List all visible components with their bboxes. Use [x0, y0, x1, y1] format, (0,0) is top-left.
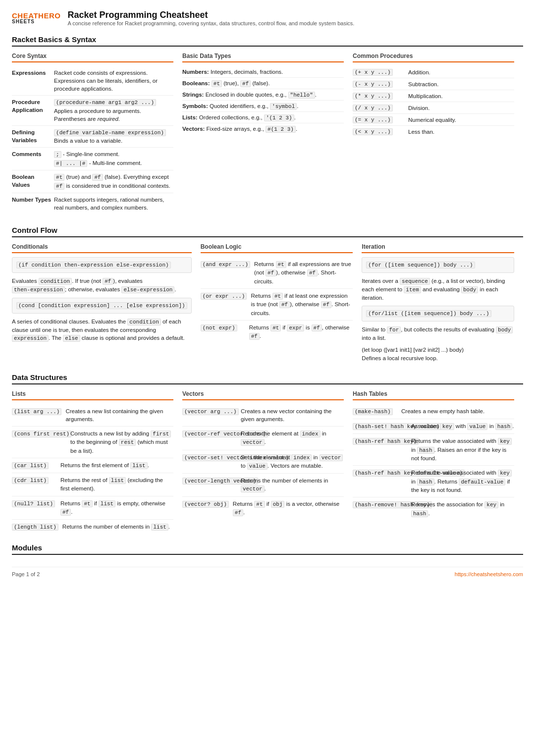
- code-hash4: hash: [411, 510, 428, 517]
- col-hash-tables: Hash Tables (make-hash) Creates a new em…: [353, 390, 523, 535]
- proc-desc-sub: Subtraction.: [408, 81, 438, 87]
- code-length: (length list): [12, 524, 58, 531]
- proc-desc-lt: Less than.: [408, 129, 434, 135]
- bl-code-and: (and expr ...): [201, 260, 250, 269]
- vec-row-vector: (vector arg ...) Creates a new vector co…: [182, 404, 344, 427]
- code-hash: hash: [495, 423, 512, 430]
- dt-numbers: Numbers: Integers, decimals, fractions.: [182, 69, 283, 75]
- code-list4: list: [99, 500, 115, 507]
- vec-row-length: (vector-length vector) Returns the numbe…: [182, 474, 344, 496]
- proc-row-div: (/ x y ...) Division.: [353, 102, 514, 114]
- code-multi-comment: #| ... |#: [54, 160, 87, 167]
- bl-row-not: (not expr) Returns #t if expr is #f, oth…: [201, 321, 353, 344]
- bl-code-not: (not expr): [201, 324, 245, 332]
- list-code-cons: (cons first rest): [12, 430, 66, 438]
- code-for: (for ([item sequence]) body ...): [366, 262, 475, 269]
- vec-row-pred: (vector? obj) Returns #t if obj is a vec…: [182, 497, 344, 520]
- code-single-comment: ;: [54, 151, 61, 158]
- dt-symbols: Symbols: Quoted identifiers, e.g., 'symb…: [182, 103, 298, 109]
- desc-number-types: Racket supports integers, rational numbe…: [54, 193, 173, 214]
- lists-header: Lists: [12, 390, 173, 400]
- code-vec-ex: #(1 2 3): [266, 126, 296, 133]
- list-desc-cdr: Returns the rest of list (excluding the …: [60, 476, 173, 492]
- proc-code-eq: (= x y ...): [353, 116, 402, 123]
- dt-booleans: Booleans: #t (true), #f (false).: [182, 80, 270, 86]
- dt-row-strings: Strings: Enclosed in double quotes, e.g.…: [182, 89, 344, 101]
- kw-vectors: Vectors:: [182, 126, 205, 132]
- hash-row-set: (hash-set! hash key value) Associates ke…: [353, 419, 514, 434]
- vec-desc-ref: Returns the element at index in vector.: [241, 430, 344, 447]
- page-title: Racket Programming Cheatsheet: [67, 10, 354, 20]
- footer-link[interactable]: https://cheatsheetshero.com: [455, 571, 523, 577]
- list-row-cons: (cons first rest) Constructs a new list …: [12, 427, 173, 458]
- desc-cond: A series of conditional clauses. Evaluat…: [12, 318, 192, 343]
- hash-row-ref: (hash-ref hash key) Returns the value as…: [353, 434, 514, 466]
- iteration-header: Iteration: [362, 243, 514, 253]
- logo-bottom: SHEETS: [12, 19, 60, 24]
- label-defining: DefiningVariables: [12, 125, 54, 147]
- col-common-procedures: Common Procedures (+ x y ...) Addition. …: [353, 53, 523, 217]
- list-code-cdr: (cdr list): [12, 476, 56, 485]
- code-t3: #t: [270, 324, 281, 331]
- section-control-flow: Control Flow: [12, 226, 523, 237]
- hash-desc-set: Associates key with value in hash.: [411, 422, 514, 431]
- basics-grid: Core Syntax Expressions Racket code cons…: [12, 53, 523, 217]
- desc-boolean: #t (true) and #f (false). Everything exc…: [54, 170, 173, 193]
- logo-top: CHEATHERO: [12, 12, 60, 19]
- proc-code-div: (/ x y ...): [353, 105, 402, 111]
- code-symbol: 'symbol: [270, 103, 297, 110]
- vec-desc-length: Returns the number of elements in vector…: [241, 477, 344, 493]
- code-if: (if condition then-expression else-expre…: [16, 262, 171, 269]
- desc-for: Iterates over a sequence (e.g., a list o…: [362, 277, 514, 302]
- vectors-header: Vectors: [182, 390, 344, 400]
- code-true: #t: [54, 174, 64, 181]
- code-f6: #f: [249, 333, 260, 340]
- table-row: Number Types Racket supports integers, r…: [12, 193, 173, 214]
- col-iteration: Iteration (for ([item sequence]) body ..…: [362, 243, 523, 364]
- code-vector4: vector: [241, 486, 265, 492]
- header-text: Racket Programming Cheatsheet A concise …: [67, 10, 354, 26]
- code-eq: (= x y ...): [353, 116, 393, 123]
- hash-desc-make: Creates a new empty hash table.: [401, 407, 514, 415]
- proc-code-sub: (- x y ...): [353, 81, 402, 87]
- code-body: body: [461, 286, 478, 293]
- hash-code-ref-default: (hash-ref hash key default-value): [353, 469, 407, 477]
- code-else: else: [63, 335, 80, 342]
- code-body2: body: [496, 326, 513, 333]
- desc-defining: (define variable-name expression)Binds a…: [54, 125, 173, 147]
- code-f2: #f: [307, 270, 318, 276]
- bl-row-and: (and expr ...) Returns #t if all express…: [201, 257, 353, 289]
- proc-row-sub: (- x y ...) Subtraction.: [353, 78, 514, 90]
- code-sub: (- x y ...): [353, 81, 393, 88]
- page-header: CHEATHERO SHEETS Racket Programming Chea…: [12, 10, 523, 26]
- code-expression: expression: [12, 335, 49, 342]
- code-for2: for: [387, 326, 401, 333]
- code-or: (or expr ...): [201, 293, 247, 300]
- hash-row-make: (make-hash) Creates a new empty hash tab…: [353, 404, 514, 419]
- dt-row-numbers: Numbers: Integers, decimals, fractions.: [182, 66, 344, 78]
- code-vector3: vector: [320, 454, 343, 461]
- vec-code-ref: (vector-ref vector index): [182, 430, 237, 438]
- logo: CHEATHERO SHEETS: [12, 12, 60, 24]
- code-then-expr: then-expression: [12, 286, 65, 293]
- proc-code-add: (+ x y ...): [353, 69, 402, 75]
- desc-let-loop: (let loop ([var1 init1] [var2 init2] ...…: [362, 346, 514, 362]
- list-desc-null: Returns #t if list is empty, otherwise #…: [60, 499, 173, 517]
- section-data-structures: Data Structures: [12, 373, 523, 384]
- vec-code-pred: (vector? obj): [182, 500, 229, 508]
- vec-code-set: (vector-set! vector index value): [182, 453, 237, 462]
- code-condition: condition: [39, 278, 72, 285]
- hash-desc-ref: Returns the value associated with key in…: [411, 437, 514, 462]
- code-nf1: #f: [103, 278, 113, 285]
- hash-tables-header: Hash Tables: [353, 390, 514, 400]
- code-div: (/ x y ...): [353, 105, 393, 111]
- desc-if: Evaluates condition. If true (not #f), e…: [12, 277, 192, 294]
- data-structures-grid: Lists (list arg ...) Creates a new list …: [12, 390, 523, 535]
- code-f4: #f: [321, 301, 331, 308]
- code-first: first: [151, 431, 171, 437]
- label-proc-app: ProcedureApplication: [12, 96, 54, 126]
- kw-strings: Strings:: [182, 92, 204, 98]
- code-for-list: (for/list ([item sequence]) body ...): [366, 310, 491, 317]
- code-null: (null? list): [12, 500, 55, 507]
- hash-code-make: (make-hash): [353, 407, 397, 416]
